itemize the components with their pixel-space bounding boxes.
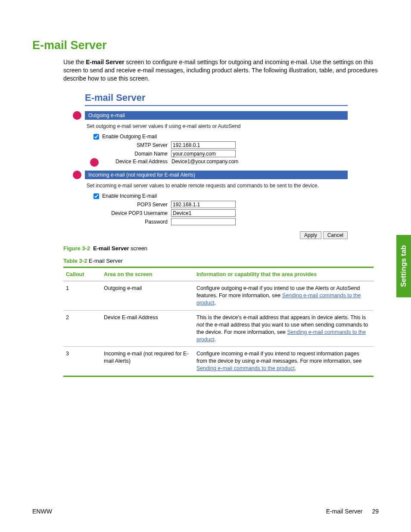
- info-italic: not: [196, 322, 204, 328]
- intro-pre: Use the: [63, 59, 86, 65]
- cell-area: Outgoing e-mail: [101, 281, 194, 311]
- button-row: Apply Cancel: [85, 231, 348, 239]
- email-server-screenshot: E-mail Server Outgoing e-mail Set outgoi…: [85, 92, 348, 240]
- pop3-input[interactable]: [171, 201, 236, 208]
- callout-3-icon: [73, 171, 81, 179]
- enable-incoming-checkbox[interactable]: [93, 193, 99, 199]
- page-footer: ENWW E-mail Server 29: [32, 508, 379, 515]
- domain-input[interactable]: [171, 150, 236, 157]
- settings-tab-marker: Settings tab: [396, 235, 411, 297]
- smtp-label: SMTP Server: [93, 142, 171, 148]
- th-info: Information or capability that the area …: [194, 268, 374, 281]
- domain-label: Domain Name: [93, 151, 171, 157]
- cell-area: Incoming e-mail (not required for E-mail…: [101, 347, 194, 376]
- incoming-description: Set incoming e-mail server values to ena…: [87, 183, 348, 189]
- figure-title-rest: screen: [129, 245, 147, 252]
- table-title: E-mail Server: [87, 258, 122, 264]
- footer-section: E-mail Server: [326, 508, 363, 515]
- cell-callout: 1: [63, 281, 101, 311]
- incoming-section-bar: Incoming e-mail (not required for E-mail…: [85, 171, 348, 179]
- cell-info: This is the device's e-mail address that…: [194, 310, 374, 347]
- info-text: Configure incoming e-mail if you intend …: [196, 351, 362, 364]
- figure-number: Figure 3-2: [63, 245, 90, 252]
- device-address-value: Device1@your.company.com: [171, 159, 238, 165]
- password-label: Password: [93, 219, 171, 225]
- info-post: .: [215, 300, 216, 306]
- intro-bold: E-mail Server: [86, 59, 125, 65]
- cancel-button[interactable]: Cancel: [323, 231, 348, 239]
- pop3-user-label: Device POP3 Username: [93, 210, 171, 216]
- smtp-input[interactable]: [171, 141, 236, 149]
- intro-paragraph: Use the E-mail Server screen to configur…: [63, 58, 379, 83]
- device-address-label: Device E-mail Address: [93, 159, 171, 165]
- table-row: 1 Outgoing e-mail Configure outgoing e-m…: [63, 281, 374, 311]
- th-area: Area on the screen: [101, 268, 194, 281]
- callout-table: Callout Area on the screen Information o…: [63, 267, 374, 377]
- page-heading: E-mail Server: [32, 39, 379, 52]
- th-callout: Callout: [63, 268, 101, 281]
- outgoing-bar-label: Outgoing e-mail: [88, 112, 125, 118]
- footer-left: ENWW: [32, 508, 52, 515]
- cell-callout: 3: [63, 347, 101, 376]
- table-row: 2 Device E-mail Address This is the devi…: [63, 310, 374, 347]
- outgoing-description: Set outgoing e-mail server values if usi…: [87, 123, 348, 129]
- pop3-user-input[interactable]: [171, 209, 236, 217]
- cell-area: Device E-mail Address: [101, 310, 194, 347]
- figure-caption: Figure 3-2 E-mail Server screen: [63, 245, 379, 252]
- enable-outgoing-checkbox[interactable]: [93, 134, 99, 140]
- callout-1-icon: [73, 111, 81, 120]
- apply-button[interactable]: Apply: [300, 231, 321, 239]
- outgoing-section-bar: Outgoing e-mail: [85, 111, 348, 120]
- enable-incoming-label: Enable Incoming E-mail: [102, 193, 157, 199]
- cell-info: Configure incoming e-mail if you intend …: [194, 347, 374, 376]
- table-row: 3 Incoming e-mail (not required for E-ma…: [63, 347, 374, 376]
- password-input[interactable]: [171, 218, 236, 225]
- incoming-form: Enable Incoming E-mail POP3 Server Devic…: [93, 193, 348, 225]
- info-post: .: [215, 336, 216, 342]
- cell-callout: 2: [63, 310, 101, 347]
- enable-outgoing-label: Enable Outgoing E-mail: [102, 134, 157, 140]
- info-link[interactable]: Sending e-mail commands to the product: [196, 365, 295, 371]
- cell-info: Configure outgoing e-mail if you intend …: [194, 281, 374, 311]
- incoming-bar-label: Incoming e-mail (not required for E-mail…: [88, 172, 195, 178]
- figure-title-bold: E-mail Server: [93, 245, 129, 252]
- footer-page-number: 29: [372, 508, 379, 515]
- table-caption: Table 3-2 E-mail Server: [63, 258, 379, 264]
- info-post: .: [295, 365, 296, 371]
- outgoing-form: Enable Outgoing E-mail SMTP Server Domai…: [93, 134, 348, 165]
- table-number: Table 3-2: [63, 258, 87, 264]
- callout-2-icon: [90, 158, 99, 167]
- screenshot-title: E-mail Server: [85, 92, 348, 106]
- pop3-label: POP3 Server: [93, 202, 171, 208]
- info-text: This is the device's e-mail address that…: [196, 314, 366, 320]
